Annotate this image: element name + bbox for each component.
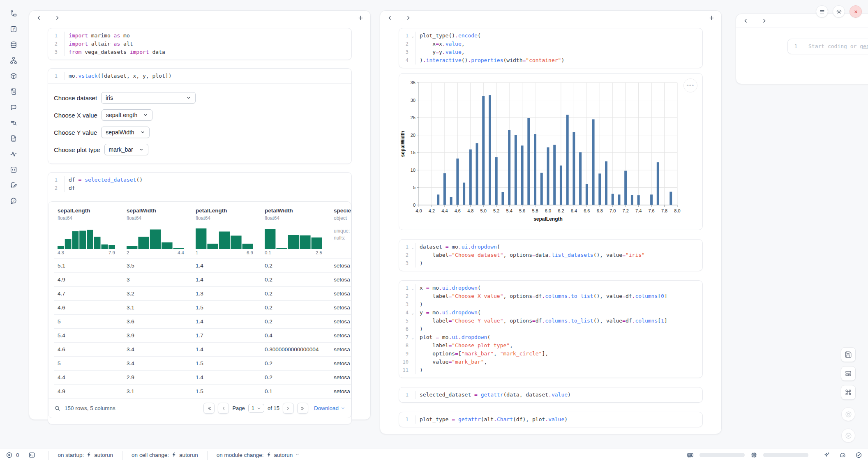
x-value-dropdown[interactable]: sepalLength — [102, 109, 152, 121]
dataset-dropdown[interactable]: iris — [101, 92, 196, 104]
database-icon[interactable] — [10, 41, 17, 48]
code-editor[interactable]: 1mo.vstack([dataset, x, y, plot]) — [48, 69, 351, 83]
on-startup-setting[interactable]: on startup: autorun — [58, 452, 113, 459]
close-panel-button[interactable] — [850, 5, 862, 18]
help-icon[interactable]: ? — [10, 197, 17, 205]
errors-button[interactable] — [6, 452, 13, 459]
search-icon[interactable] — [54, 405, 60, 411]
first-page-button[interactable] — [203, 403, 215, 414]
svg-text:7.4: 7.4 — [635, 208, 642, 213]
stop-button[interactable] — [841, 407, 855, 421]
column-header-sepalLength[interactable]: sepalLengthfloat644.37.9 — [54, 207, 123, 258]
collapse-right-icon[interactable] — [761, 18, 767, 24]
table-row[interactable]: 4.63.11.50.2setosa — [54, 300, 351, 314]
code-editor[interactable]: 1import marimo as mo2import altair as al… — [48, 28, 351, 60]
terminal-button[interactable] — [28, 452, 35, 459]
plot-type-dropdown[interactable]: mark_bar — [104, 144, 148, 155]
collapse-left-icon[interactable] — [743, 18, 749, 24]
cell-dataframe[interactable]: 1df = selected_dataset()2df sepalLengthf… — [48, 172, 352, 424]
settings-button[interactable] — [833, 5, 845, 18]
code-editor[interactable]: 1plot_type = getattr(alt.Chart(df), plot… — [399, 412, 702, 427]
chat-bot-icon[interactable] — [10, 104, 17, 111]
fold-icon[interactable]: ⌄ — [412, 243, 414, 251]
altair-bar-chart[interactable]: 4.04.24.44.64.85.05.25.45.65.86.06.26.46… — [399, 76, 703, 228]
log-search-icon[interactable] — [10, 119, 17, 127]
cell-dataset-dropdown[interactable]: 1⌄dataset = mo.ui.dropdown(2 label="Choo… — [399, 239, 703, 271]
save-button[interactable] — [841, 347, 856, 362]
next-page-button[interactable] — [283, 403, 294, 414]
collapse-left-icon[interactable] — [36, 15, 42, 21]
script-icon[interactable] — [10, 88, 17, 95]
cell-imports[interactable]: 1import marimo as mo2import altair as al… — [48, 28, 352, 60]
fold-icon[interactable]: ⌄ — [412, 284, 414, 293]
table-cell: 5.4 — [54, 329, 123, 342]
chevron-down-icon — [186, 95, 191, 100]
on-module-change-setting[interactable]: on module change: autorun — [217, 452, 300, 459]
cell-selected-dataset[interactable]: 1selected_dataset = getattr(data, datase… — [399, 387, 703, 403]
column-header-petalWidth[interactable]: petalWidthfloat640.12.5 — [261, 207, 330, 258]
fold-icon[interactable]: ⌄ — [412, 334, 414, 342]
table-cell: 1.4 — [192, 273, 261, 286]
cell-plot[interactable]: 1⌄plot_type().encode(2 x=x.value,3 y=y.v… — [399, 28, 703, 68]
empty-cell[interactable]: 1 Start coding or generate with — [787, 39, 868, 54]
control-row-plot: Choose plot type mark_bar — [54, 144, 346, 155]
chevron-down-icon — [139, 147, 144, 152]
download-button[interactable]: Download — [314, 405, 345, 411]
code-editor[interactable]: 1⌄plot_type().encode(2 x=x.value,3 y=y.v… — [399, 28, 702, 68]
table-row[interactable]: 5.13.51.40.2setosa — [54, 258, 351, 272]
on-cell-change-setting[interactable]: on cell change: autorun — [132, 452, 198, 459]
file-tree-icon[interactable] — [10, 10, 17, 17]
column-header-sepalWidth[interactable]: sepalWidthfloat6424.4 — [123, 207, 192, 258]
run-button[interactable] — [841, 429, 855, 443]
table-row[interactable]: 53.41.50.2setosa — [54, 356, 351, 370]
table-cell: 4.9 — [54, 273, 123, 286]
keyboard-shortcuts-button[interactable] — [841, 385, 856, 400]
dropdown-label: Choose X value — [54, 112, 97, 119]
code-editor[interactable]: 1df = selected_dataset()2df — [48, 173, 351, 196]
cell-xy-plot-dropdowns[interactable]: 1⌄x = mo.ui.dropdown(2 label="Choose X v… — [399, 280, 703, 378]
cell-plot-type[interactable]: 1plot_type = getattr(alt.Chart(df), plot… — [399, 412, 703, 427]
code-editor[interactable]: 1⌄x = mo.ui.dropdown(2 label="Choose X v… — [399, 281, 702, 378]
copilot-icon[interactable] — [839, 452, 846, 459]
prev-page-button[interactable] — [218, 403, 229, 414]
package-icon[interactable] — [10, 72, 17, 80]
code-editor[interactable]: 1⌄dataset = mo.ui.dropdown(2 label="Choo… — [399, 240, 702, 271]
table-row[interactable]: 4.63.41.40.3000000000000004setosa — [54, 342, 351, 356]
collapse-right-icon[interactable] — [405, 15, 411, 21]
snippets-icon[interactable] — [10, 135, 17, 142]
y-value-dropdown[interactable]: sepalWidth — [101, 127, 149, 138]
collapse-left-icon[interactable] — [387, 15, 393, 21]
table-row[interactable]: 4.931.40.2setosa — [54, 272, 351, 286]
connection-status-icon[interactable] — [855, 452, 862, 459]
add-cell-button[interactable] — [709, 15, 715, 21]
table-row[interactable]: 4.73.21.30.2setosa — [54, 286, 351, 300]
table-cell: 3.1 — [123, 301, 192, 314]
table-row[interactable]: 4.42.91.40.2setosa — [54, 370, 351, 384]
scratchpad-icon[interactable] — [10, 182, 17, 189]
page-number-select[interactable]: 1 — [248, 404, 264, 413]
layout-button[interactable] — [841, 366, 856, 381]
activity-icon[interactable] — [10, 150, 17, 158]
table-row[interactable]: 4.93.11.50.1setosa — [54, 384, 351, 398]
table-cell: 1.3 — [192, 287, 261, 300]
column-header-species[interactable]: speciesobjectunique:nulls: — [330, 207, 351, 258]
code-editor[interactable]: 1selected_dataset = getattr(data, datase… — [399, 387, 702, 402]
code-placeholder[interactable]: Start coding or generate with — [804, 42, 868, 51]
code-block-icon[interactable] — [10, 166, 17, 173]
table-row[interactable]: 5.43.91.70.4setosa — [54, 328, 351, 342]
add-cell-button[interactable] — [358, 15, 364, 21]
fold-icon[interactable]: ⌄ — [412, 309, 414, 317]
last-page-button[interactable] — [297, 403, 308, 414]
collapse-right-icon[interactable] — [54, 15, 60, 21]
fold-icon[interactable]: ⌄ — [412, 32, 414, 40]
menu-button[interactable] — [816, 5, 828, 18]
function-square-icon[interactable]: f — [10, 25, 17, 33]
column-header-petalLength[interactable]: petalLengthfloat6416.9 — [192, 207, 261, 258]
cell-vstack[interactable]: 1mo.vstack([dataset, x, y, plot]) Choose… — [48, 68, 352, 164]
column-histogram — [127, 228, 184, 249]
dependency-graph-icon[interactable] — [10, 57, 17, 64]
generate-with-ai-link[interactable]: generate — [860, 43, 868, 49]
table-row[interactable]: 53.61.40.2setosa — [54, 314, 351, 328]
ai-sparkles-button[interactable] — [823, 452, 830, 459]
chart-options-button[interactable]: ••• — [683, 78, 697, 92]
